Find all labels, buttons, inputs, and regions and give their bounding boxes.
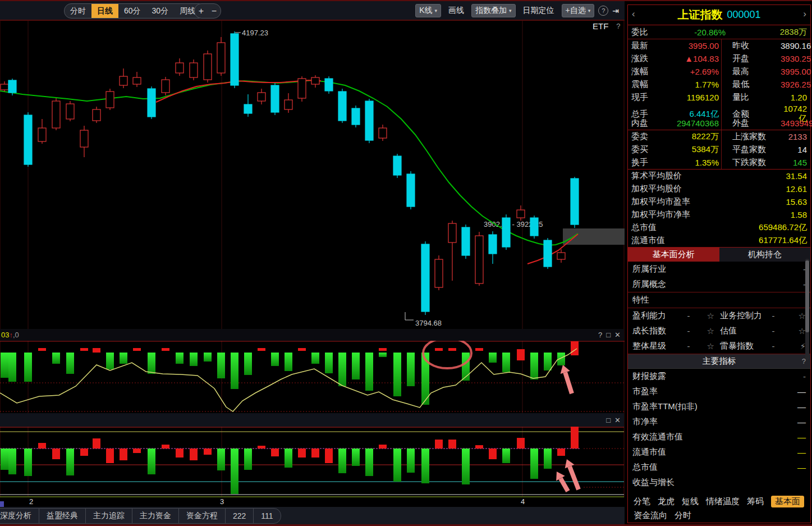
star-icon[interactable]: ☆: [695, 311, 714, 321]
star-row: 盈利能力-☆业务控制力-☆: [628, 308, 810, 323]
metric-label: 有效流通市值: [632, 432, 683, 442]
next-stock-arrow[interactable]: ›: [803, 8, 806, 20]
quote-label: 最低: [732, 79, 781, 90]
tab-筹码[interactable]: 筹码: [747, 496, 764, 507]
analysis-tab-222[interactable]: 222: [226, 509, 254, 523]
close-icon[interactable]: ✕: [614, 331, 621, 339]
main-metrics-title: 主要指标: [703, 356, 736, 367]
metric-value: —: [797, 417, 806, 427]
candle: [176, 63, 183, 73]
analysis-tab-111[interactable]: 111: [254, 509, 280, 523]
tab-基本面分析[interactable]: 基本面分析: [628, 248, 719, 262]
maximize-icon[interactable]: □: [606, 331, 611, 339]
candle: [393, 156, 401, 175]
tab-龙虎[interactable]: 龙虎: [658, 496, 675, 507]
lightning-icon[interactable]: ⚡: [779, 341, 806, 351]
vol-bar-green: [365, 449, 373, 476]
candle: [365, 101, 373, 140]
candle: [271, 85, 279, 112]
scrollbar-thumb[interactable]: [805, 260, 809, 332]
x-axis-label: 4: [521, 497, 525, 506]
panel-scrollbar[interactable]: [805, 259, 809, 360]
vol-bar-green: [544, 449, 552, 469]
analysis-tab-主力追踪[interactable]: 主力追踪: [86, 509, 132, 523]
vol-bar-red: [298, 449, 306, 458]
hist-bar-green: [393, 353, 401, 396]
stat-row: 算术平均股价31.54: [628, 170, 810, 182]
candle: [502, 218, 510, 247]
star-icon[interactable]: ☆: [779, 326, 806, 336]
tab-情绪温度[interactable]: 情绪温度: [706, 496, 740, 507]
star-label: 整体星级: [632, 341, 682, 351]
vol-bar-green: [421, 449, 429, 483]
hist-bar-green: [244, 353, 252, 375]
hist-bar-red: [93, 348, 100, 353]
metric-row: 市净率—: [628, 414, 810, 429]
star-icon[interactable]: ☆: [695, 326, 714, 336]
prev-stock-arrow[interactable]: ‹: [632, 8, 635, 20]
metric-value: —: [797, 463, 806, 472]
candle: [475, 236, 483, 283]
candle: [462, 227, 470, 255]
star-row: 成长指数-☆估值-☆: [628, 323, 810, 339]
candle: [311, 77, 319, 84]
quote-row: 换手1.35%下跌家数145: [628, 156, 810, 169]
tab-分时[interactable]: 分时: [675, 510, 691, 521]
analysis-tab-资金方程[interactable]: 资金方程: [179, 509, 226, 523]
tab-机构持仓[interactable]: 机构持仓: [719, 248, 811, 262]
analysis-tab-深度分析[interactable]: 深度分析: [0, 509, 39, 523]
star-label: 盈利能力: [632, 310, 682, 321]
quote-label: 上涨家数: [732, 131, 786, 142]
hist-bar-green: [271, 353, 279, 366]
candle: [379, 128, 387, 138]
main-chart-svg[interactable]: 3902.61 - 3922.254197.233794.68: [0, 0, 625, 526]
vol-bar-red: [120, 449, 127, 460]
tab-基本面[interactable]: 基本面: [771, 496, 804, 507]
help-icon[interactable]: ?: [616, 22, 620, 30]
indicator-panel-header: 03↑,0 ?□✕: [0, 329, 624, 341]
vol-bar-red: [517, 438, 525, 449]
etf-label[interactable]: ETF: [593, 21, 608, 31]
etf-corner-label[interactable]: ETF ?: [593, 21, 621, 31]
vol-bar-red: [190, 449, 198, 460]
metric-label: 市盈率TTM(扣非): [632, 401, 698, 412]
tab-短线[interactable]: 短线: [682, 496, 699, 507]
candle: [338, 92, 346, 121]
indicator-panel-icons: ?□✕: [598, 331, 621, 339]
tab-分笔[interactable]: 分笔: [634, 496, 650, 507]
candle: [352, 108, 360, 125]
vol-bar-green: [148, 449, 155, 474]
hist-dash-red: [38, 348, 46, 351]
vol-bar-red: [38, 443, 46, 449]
hist-bar-green: [285, 353, 292, 371]
hist-bar-green: [365, 353, 373, 391]
help-icon[interactable]: ?: [598, 331, 602, 339]
maximize-icon[interactable]: □: [606, 416, 611, 424]
fundamental-info: 所属行业-所属概念-: [628, 262, 810, 292]
vol-bar-green: [66, 449, 74, 475]
star-rating-rows: 盈利能力-☆业务控制力-☆成长指数-☆估值-☆整体星级-☆雷暴指数-⚡: [628, 308, 810, 354]
vol-bar-green: [285, 449, 292, 468]
vol-bar-green: [231, 449, 238, 494]
star-icon[interactable]: ☆: [695, 341, 714, 351]
quote-title-row: ‹ 上证指数 000001 ›: [628, 5, 810, 25]
candle: [258, 93, 265, 101]
star-icon[interactable]: ☆: [779, 311, 806, 321]
metric-label[interactable]: 收益与增长: [632, 477, 675, 488]
info-row: 所属行业-: [628, 262, 810, 277]
close-icon[interactable]: ✕: [614, 416, 621, 424]
metric-rows: 财报披露-市盈率—市盈率TTM(扣非)—市净率—有效流通市值—流通市值—总市值—…: [628, 369, 810, 490]
vol-bar-red: [475, 445, 483, 449]
candle: [120, 76, 127, 85]
hist-bar-green: [106, 353, 114, 369]
analysis-tab-主力资金[interactable]: 主力资金: [132, 509, 179, 523]
quote-row: 委卖8222万上涨家数2133: [628, 130, 810, 143]
hist-bar-green: [120, 353, 127, 364]
metric-value: —: [797, 447, 806, 457]
vol-bar-green: [352, 449, 360, 466]
analysis-tab-益盟经典[interactable]: 益盟经典: [39, 509, 86, 523]
stock-name: 上证指数: [677, 7, 722, 22]
quote-value: 3930.25: [781, 54, 811, 63]
star-value: -: [767, 341, 779, 351]
tab-资金流向[interactable]: 资金流向: [634, 510, 667, 521]
